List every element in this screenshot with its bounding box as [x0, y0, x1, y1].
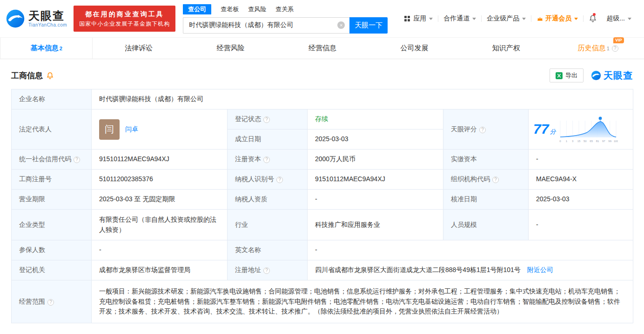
section-header: 工商信息 导出 — [0, 59, 644, 89]
logo-title: 天眼查 — [28, 10, 67, 22]
promo-banner: 都在用的商业查询工具 国家中小企业发展子基金旗下机构 — [74, 6, 175, 32]
search-tabs: 查公司 查老板 查风险 查关系 — [183, 4, 388, 14]
company-name-label: 企业名称 — [12, 89, 92, 109]
row-reg-number: 工商注册号 510112002385376 纳税人识别号? 91510112MA… — [12, 170, 633, 190]
approval-date-value: 2025-03-03 — [529, 190, 633, 210]
company-type-label: 企业类型 — [12, 210, 92, 240]
legal-rep-link[interactable]: 闫卓 — [125, 124, 138, 135]
legal-rep-avatar[interactable]: 闫 — [99, 119, 120, 140]
svg-text:3: 3 — [572, 140, 574, 143]
help-icon[interactable]: ? — [276, 177, 283, 183]
nearby-company-link[interactable]: 附近公司 — [527, 266, 553, 273]
reg-authority-value: 成都市龙泉驿区市场监督管理局 — [92, 260, 228, 280]
svg-text:0: 0 — [560, 140, 562, 143]
org-code-value: MAEC9A94-X — [529, 170, 633, 190]
tab-operation-info-label: 经营信息 — [309, 44, 336, 53]
tab-operation-info[interactable]: 经营信息 — [276, 38, 368, 59]
credit-code-label: 统一社会信用代码? — [12, 150, 92, 170]
reg-capital-value: 2000万人民币 — [308, 150, 443, 170]
tianyancha-logo-icon — [591, 70, 601, 81]
establish-date-value: 2025-03-03 — [308, 130, 443, 150]
company-name-value: 时代骐骥绿能科技（成都）有限公司 — [92, 89, 633, 109]
chevron-down-icon — [574, 18, 578, 20]
business-scope-value: 一般项目：新兴能源技术研发；新能源汽车换电设施销售；合同能源管理；电池销售；信息… — [92, 280, 633, 323]
top-header: 天眼查 TianYanCha.com 都在用的商业查询工具 国家中小企业发展子基… — [0, 0, 644, 37]
legal-rep-value: 闫 闫卓 — [92, 109, 228, 150]
paid-capital-label: 实缴资本 — [443, 150, 529, 170]
reg-number-value: 510112002385376 — [92, 170, 228, 190]
search-button[interactable]: 天眼一下 — [349, 17, 388, 34]
search-tab-relation[interactable]: 查关系 — [275, 4, 294, 14]
search-tab-company[interactable]: 查公司 — [183, 4, 211, 14]
tab-company-development-label: 公司发展 — [400, 44, 428, 53]
business-term-value: 2025-03-03 至 无固定期限 — [92, 190, 228, 210]
score-distribution-chart: 0 1 3 15 50 65 81 97 99 100 — [558, 115, 618, 144]
divider — [531, 15, 531, 22]
nav-apps[interactable]: 应用 — [400, 14, 437, 23]
svg-text:1: 1 — [566, 140, 568, 143]
paid-capital-value: - — [529, 150, 633, 170]
help-icon[interactable]: ? — [47, 299, 54, 306]
nav-user-label: 超级... — [606, 14, 625, 23]
export-button[interactable]: 导出 — [550, 68, 584, 82]
vip-crown-icon — [537, 15, 543, 22]
nav-user-account[interactable]: 超级... — [602, 14, 636, 23]
search-input[interactable] — [183, 17, 349, 34]
reg-capital-label: 注册资本? — [228, 150, 308, 170]
help-icon[interactable]: ? — [612, 45, 618, 52]
help-icon[interactable]: ? — [74, 157, 80, 163]
search-tab-boss[interactable]: 查老板 — [221, 4, 239, 14]
reg-address-label: 注册地址? — [228, 260, 308, 280]
tab-history-info[interactable]: VIP 历史信息 1 ? — [552, 38, 644, 59]
search-tab-risk[interactable]: 查风险 — [248, 4, 266, 14]
top-nav: 应用 合作通道 企业级产品 开通会员 — [400, 14, 636, 23]
business-scope-label: 经营范围? — [12, 280, 92, 323]
chevron-down-icon — [472, 18, 476, 20]
logo-subtitle: TianYanCha.com — [28, 22, 67, 27]
reg-address-value: 四川省成都市龙泉驿区大面街道成龙大道二段888号49栋1层1号附101号 附近公… — [308, 260, 633, 280]
reg-number-label: 工商注册号 — [12, 170, 92, 190]
help-icon[interactable]: ? — [263, 267, 270, 274]
nav-open-vip[interactable]: 开通会员 — [532, 14, 582, 23]
tianyan-score-value[interactable]: 77分 — [529, 109, 633, 150]
reg-status-label: 登记状态? — [228, 109, 308, 130]
nav-enterprise[interactable]: 企业级产品 — [483, 14, 530, 23]
staff-size-value: - — [529, 210, 633, 240]
taxpayer-quality-label: 纳税人资质 — [228, 190, 308, 210]
tab-operation-risk-label: 经营风险 — [217, 44, 245, 53]
tab-basic-info[interactable]: 基本信息 2 — [0, 38, 93, 59]
reg-authority-label: 登记机关 — [12, 260, 92, 280]
tab-operation-risk[interactable]: 经营风险 — [185, 38, 276, 59]
help-icon[interactable]: ? — [263, 157, 270, 163]
export-button-label: 导出 — [565, 71, 577, 80]
svg-text:65: 65 — [590, 140, 593, 143]
help-icon[interactable]: ? — [492, 177, 499, 183]
establish-date-label: 成立日期 — [228, 130, 308, 150]
help-icon[interactable]: ? — [479, 127, 486, 133]
company-type-value: 有限责任公司（非自然人投资或控股的法人独资） — [92, 210, 228, 240]
help-icon[interactable]: ? — [263, 116, 270, 123]
org-code-label: 组织机构代码? — [443, 170, 529, 190]
approval-date-label: 核准日期 — [443, 190, 529, 210]
tianyancha-company-page: 天眼查 TianYanCha.com 都在用的商业查询工具 国家中小企业发展子基… — [0, 0, 644, 323]
divider — [438, 15, 438, 22]
tianyancha-logo[interactable]: 天眼查 TianYanCha.com — [6, 9, 67, 28]
tab-company-development[interactable]: 公司发展 — [369, 38, 460, 59]
promo-line1: 都在用的商业查询工具 — [79, 9, 170, 20]
row-company-name: 企业名称 时代骐骥绿能科技（成都）有限公司 — [12, 89, 633, 109]
nav-cooperation[interactable]: 合作通道 — [439, 14, 480, 23]
divider — [583, 15, 584, 22]
score-pin-icon — [598, 116, 602, 120]
tab-intellectual-property[interactable]: 知识产权 — [460, 38, 552, 59]
nav-enterprise-label: 企业级产品 — [487, 14, 519, 23]
credit-code-value: 91510112MAEC9A94XJ — [92, 150, 228, 170]
staff-size-label: 人员规模 — [443, 210, 529, 240]
notification-bell[interactable] — [584, 14, 601, 23]
announcement-bell-icon — [46, 72, 54, 80]
clear-icon[interactable]: × — [337, 21, 345, 29]
tianyancha-logo-icon — [6, 9, 25, 28]
bell-icon — [589, 14, 597, 23]
row-credit-code: 统一社会信用代码? 91510112MAEC9A94XJ 注册资本? 2000万… — [12, 150, 633, 170]
tab-legal-litigation[interactable]: 法律诉讼 — [93, 38, 184, 59]
nav-apps-label: 应用 — [413, 14, 426, 23]
